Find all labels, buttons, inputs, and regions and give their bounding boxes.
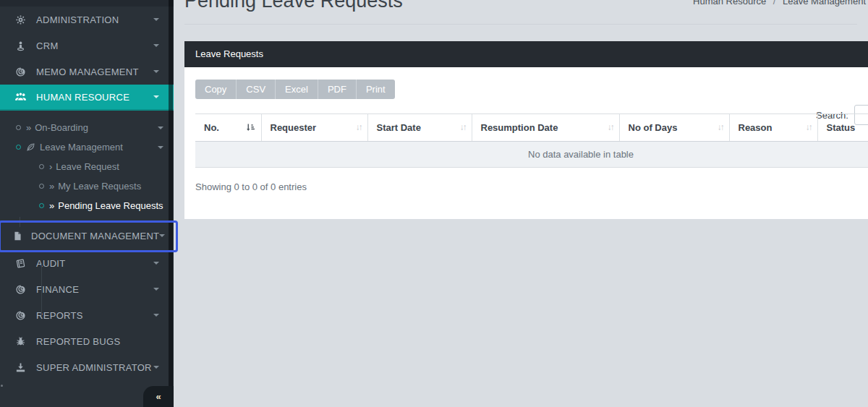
sidebar-item-label: My Leave Requests <box>58 181 141 192</box>
sidebar-item-leave-request[interactable]: › Leave Request <box>0 157 174 176</box>
sidebar-item-label: HUMAN RESOURCE <box>36 92 129 103</box>
page-title: Pending Leave Requests <box>184 0 403 12</box>
title-divider <box>184 24 857 25</box>
sidebar-item-crm[interactable]: CRM <box>0 33 174 59</box>
table-header-row: No. Requester ↓↑ Start Date <box>195 114 868 142</box>
entries-info: Showing 0 to 0 of 0 entries <box>195 181 307 192</box>
circle-bullet-icon <box>39 164 44 169</box>
sidebar-item-label: DOCUMENT MANAGEMENT <box>31 231 159 241</box>
column-label: No of Days <box>629 122 678 133</box>
caret-down-icon <box>153 288 159 294</box>
sidebar-item-my-leave-requests[interactable]: » My Leave Requests <box>0 176 174 196</box>
caret-down-icon <box>158 146 163 152</box>
sort-both-icon: ↓↑ <box>806 122 812 132</box>
column-header-reason[interactable]: Reason ↓↑ <box>729 114 817 142</box>
sort-both-icon: ↓↑ <box>460 122 466 132</box>
caret-down-icon <box>153 262 159 267</box>
sidebar-item-on-boarding[interactable]: » On-Boarding <box>0 118 174 137</box>
sidebar-item-reported-bugs[interactable]: REPORTED BUGS <box>0 328 174 354</box>
panel-header: Leave Requests <box>184 41 868 67</box>
spiral-icon <box>13 284 27 295</box>
sidebar-item-reports[interactable]: REPORTS <box>0 302 174 328</box>
sidebar-item-label: REPORTED BUGS <box>36 336 120 347</box>
empty-message: No data available in table <box>195 142 868 168</box>
chevrons-icon: » <box>49 200 54 211</box>
scroll-dot <box>1 385 3 387</box>
export-button-group: Copy CSV Excel PDF Print <box>195 80 395 99</box>
caret-down-icon <box>153 18 159 24</box>
caret-down-icon <box>153 70 159 76</box>
sidebar-collapse-button[interactable]: « <box>143 386 174 407</box>
breadcrumb-item[interactable]: Human Resource <box>693 0 766 7</box>
sort-both-icon: ↓↑ <box>718 122 723 132</box>
circle-bullet-icon <box>39 184 44 189</box>
file-icon <box>13 231 22 241</box>
column-header-start-date[interactable]: Start Date ↓↑ <box>367 114 472 142</box>
column-header-status[interactable]: Status <box>817 114 868 142</box>
sidebar: ADMINISTRATION CRM MEMO MANAGEMENT HUMAN… <box>0 0 174 407</box>
sidebar-item-document-management[interactable]: DOCUMENT MANAGEMENT <box>0 221 174 250</box>
sidebar-item-super-administrator[interactable]: SUPER ADMINISTRATOR <box>0 354 174 380</box>
table-empty-row: No data available in table <box>195 142 868 168</box>
column-header-requester[interactable]: Requester ↓↑ <box>261 114 367 142</box>
sidebar-top-strip <box>0 0 174 7</box>
sidebar-item-label: Leave Management <box>40 142 123 153</box>
panel-body: Copy CSV Excel PDF Print Search: <box>184 67 868 219</box>
copy-button[interactable]: Copy <box>195 80 237 99</box>
csv-button[interactable]: CSV <box>237 80 276 99</box>
column-header-resumption-date[interactable]: Resumption Date ↓↑ <box>472 114 619 142</box>
leave-requests-table: No. Requester ↓↑ Start Date <box>195 113 868 168</box>
gear-icon <box>13 14 27 25</box>
leaf-icon <box>26 142 35 152</box>
breadcrumb: Human Resource / Leave Management <box>693 0 866 7</box>
column-header-no-of-days[interactable]: No of Days ↓↑ <box>619 114 729 142</box>
caret-down-icon <box>153 314 159 320</box>
column-header-no[interactable]: No. <box>195 114 261 142</box>
column-label: No. <box>204 122 219 133</box>
caret-down-icon <box>159 234 165 240</box>
sort-amount-icon <box>246 123 255 134</box>
sidebar-item-label: MEMO MANAGEMENT <box>36 67 139 77</box>
bug-icon <box>13 336 27 347</box>
column-label: Resumption Date <box>481 122 558 133</box>
chevrons-icon: » <box>49 181 54 192</box>
person-icon <box>13 40 27 51</box>
sidebar-item-label: ADMINISTRATION <box>36 14 119 25</box>
caret-down-icon <box>153 95 159 101</box>
spiral-icon <box>13 310 27 321</box>
sidebar-item-leave-management[interactable]: Leave Management <box>0 137 174 157</box>
pdf-button[interactable]: PDF <box>318 80 357 99</box>
human-resource-submenu: » On-Boarding Leave Management › Leave R… <box>0 111 174 221</box>
sidebar-item-audit[interactable]: AUDIT <box>0 250 174 276</box>
chevron-icon: › <box>49 161 52 172</box>
sidebar-item-human-resource[interactable]: HUMAN RESOURCE <box>0 85 174 111</box>
sort-both-icon: ↓↑ <box>608 122 613 132</box>
column-label: Status <box>827 122 856 133</box>
download-icon <box>13 362 27 373</box>
tree-guide-line <box>20 217 20 227</box>
app-root: ADMINISTRATION CRM MEMO MANAGEMENT HUMAN… <box>0 0 868 407</box>
print-button[interactable]: Print <box>357 80 395 99</box>
circle-bullet-icon <box>16 125 21 130</box>
sidebar-item-label: SUPER ADMINISTRATOR <box>36 362 152 373</box>
breadcrumb-item: Leave Management <box>783 0 866 7</box>
tree-guide-line <box>41 264 42 316</box>
sidebar-item-finance[interactable]: FINANCE <box>0 276 174 302</box>
collapse-chevrons-icon: « <box>156 391 161 402</box>
caret-down-icon <box>153 44 159 50</box>
main-content: Pending Leave Requests Human Resource / … <box>174 0 868 407</box>
sidebar-item-pending-leave-requests[interactable]: » Pending Leave Requests <box>0 196 174 215</box>
spiral-icon <box>13 67 27 77</box>
sidebar-item-label: CRM <box>36 40 59 51</box>
sidebar-item-label: Pending Leave Requests <box>58 200 163 211</box>
column-label: Requester <box>271 122 317 133</box>
sidebar-item-memo-management[interactable]: MEMO MANAGEMENT <box>0 59 174 85</box>
sidebar-item-administration[interactable]: ADMINISTRATION <box>0 7 174 33</box>
leave-requests-panel: Leave Requests Copy CSV Excel PDF Print … <box>184 41 868 219</box>
excel-button[interactable]: Excel <box>276 80 318 99</box>
chevrons-icon: » <box>26 122 31 133</box>
column-label: Start Date <box>377 122 421 133</box>
circle-bullet-icon <box>39 203 44 208</box>
sidebar-item-label: FINANCE <box>36 284 79 295</box>
sidebar-scrollbar[interactable] <box>169 0 173 407</box>
